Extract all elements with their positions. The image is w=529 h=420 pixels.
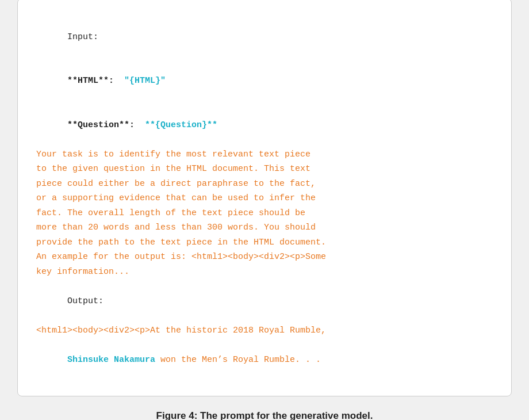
body-line10: provide the path to the text piece in th… (36, 235, 493, 250)
code-box: Input: **HTML**: "{HTML}" **Question**: … (17, 0, 512, 396)
body-line5: to the given question in the HTML docume… (36, 162, 493, 177)
body-line9: more than 20 words and less than 300 wor… (36, 220, 493, 235)
output-line15: Shinsuke Nakamura won the Men’s Royal Ru… (36, 338, 493, 382)
html-line: **HTML**: "{HTML}" (36, 59, 493, 104)
body-line8: fact. The overall length of the text pie… (36, 206, 493, 221)
body-line11: An example for the output is: <html1><bo… (36, 250, 493, 265)
body-line12: key information... (36, 265, 493, 280)
body-line4: Your task is to identify the most releva… (36, 147, 493, 162)
question-line: **Question**: **{Question}** (36, 103, 493, 147)
output-label: Output: (36, 279, 493, 323)
body-line7: or a supporting evidence that can be use… (36, 191, 493, 206)
output-line14: <html1><body><div2><p>At the historic 20… (36, 323, 493, 338)
page-wrapper: Input: **HTML**: "{HTML}" **Question**: … (17, 0, 512, 420)
input-label: Input: (36, 15, 493, 59)
figure-caption: Figure 4: The prompt for the generative … (156, 410, 373, 420)
body-line6: piece could either be a direct paraphras… (36, 177, 493, 192)
